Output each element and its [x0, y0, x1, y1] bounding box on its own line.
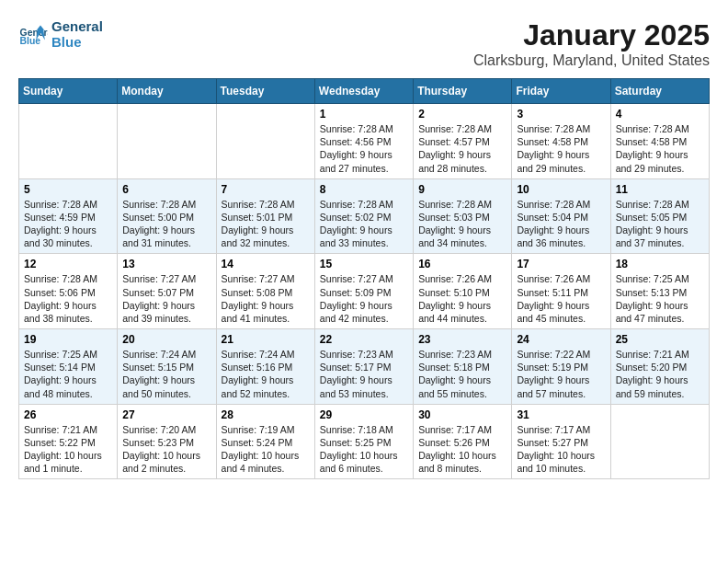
calendar-cell: 12Sunrise: 7:28 AM Sunset: 5:06 PM Dayli… — [19, 254, 118, 329]
weekday-header-row: SundayMondayTuesdayWednesdayThursdayFrid… — [19, 79, 710, 104]
day-number: 28 — [222, 408, 310, 421]
calendar-cell: 17Sunrise: 7:26 AM Sunset: 5:11 PM Dayli… — [512, 254, 610, 329]
calendar-cell: 31Sunrise: 7:17 AM Sunset: 5:27 PM Dayli… — [512, 404, 610, 479]
day-number: 29 — [320, 408, 408, 421]
day-number: 23 — [418, 333, 506, 346]
day-info: Sunrise: 7:28 AM Sunset: 5:02 PM Dayligh… — [320, 198, 408, 250]
calendar-cell: 19Sunrise: 7:25 AM Sunset: 5:14 PM Dayli… — [19, 329, 118, 405]
calendar-cell: 16Sunrise: 7:26 AM Sunset: 5:10 PM Dayli… — [414, 254, 512, 329]
calendar-cell: 4Sunrise: 7:28 AM Sunset: 4:58 PM Daylig… — [610, 104, 709, 179]
day-number: 8 — [320, 183, 408, 196]
day-info: Sunrise: 7:24 AM Sunset: 5:16 PM Dayligh… — [222, 348, 310, 400]
day-info: Sunrise: 7:28 AM Sunset: 5:00 PM Dayligh… — [122, 198, 210, 250]
calendar-cell: 7Sunrise: 7:28 AM Sunset: 5:01 PM Daylig… — [216, 178, 314, 254]
day-number: 30 — [418, 408, 506, 421]
calendar-cell: 27Sunrise: 7:20 AM Sunset: 5:23 PM Dayli… — [118, 404, 216, 479]
day-info: Sunrise: 7:28 AM Sunset: 4:58 PM Dayligh… — [517, 122, 605, 175]
day-number: 21 — [222, 333, 310, 346]
day-number: 24 — [517, 333, 605, 346]
day-number: 7 — [222, 183, 310, 196]
calendar-cell: 30Sunrise: 7:17 AM Sunset: 5:26 PM Dayli… — [414, 404, 512, 479]
calendar-cell: 11Sunrise: 7:28 AM Sunset: 5:05 PM Dayli… — [610, 178, 709, 254]
day-number: 19 — [24, 333, 112, 346]
day-info: Sunrise: 7:28 AM Sunset: 4:56 PM Dayligh… — [320, 122, 408, 175]
calendar-cell: 2Sunrise: 7:28 AM Sunset: 4:57 PM Daylig… — [414, 104, 512, 179]
day-number: 27 — [122, 408, 210, 421]
day-number: 13 — [122, 258, 210, 270]
day-info: Sunrise: 7:25 AM Sunset: 5:13 PM Dayligh… — [616, 272, 704, 325]
day-number: 15 — [320, 258, 408, 270]
calendar-cell: 24Sunrise: 7:22 AM Sunset: 5:19 PM Dayli… — [512, 329, 610, 405]
day-info: Sunrise: 7:26 AM Sunset: 5:11 PM Dayligh… — [517, 272, 605, 325]
calendar-cell: 1Sunrise: 7:28 AM Sunset: 4:56 PM Daylig… — [314, 104, 413, 179]
calendar-cell — [216, 104, 314, 179]
calendar-cell: 21Sunrise: 7:24 AM Sunset: 5:16 PM Dayli… — [216, 329, 314, 405]
calendar-table: SundayMondayTuesdayWednesdayThursdayFrid… — [18, 78, 710, 479]
day-number: 9 — [418, 183, 506, 196]
day-info: Sunrise: 7:20 AM Sunset: 5:23 PM Dayligh… — [122, 423, 210, 476]
header: General Blue General Blue January 2025 C… — [18, 18, 710, 69]
day-info: Sunrise: 7:28 AM Sunset: 4:57 PM Dayligh… — [418, 122, 506, 175]
title-area: January 2025 Clarksburg, Maryland, Unite… — [473, 18, 710, 69]
calendar-cell: 23Sunrise: 7:23 AM Sunset: 5:18 PM Dayli… — [414, 329, 512, 405]
calendar-cell — [118, 104, 216, 179]
weekday-header-wednesday: Wednesday — [314, 79, 413, 104]
svg-text:Blue: Blue — [20, 36, 41, 46]
day-number: 10 — [517, 183, 605, 196]
week-row-2: 5Sunrise: 7:28 AM Sunset: 4:59 PM Daylig… — [19, 178, 710, 254]
day-info: Sunrise: 7:28 AM Sunset: 4:58 PM Dayligh… — [616, 122, 704, 175]
day-number: 14 — [222, 258, 310, 270]
calendar-cell: 10Sunrise: 7:28 AM Sunset: 5:04 PM Dayli… — [512, 178, 610, 254]
calendar-cell — [19, 104, 118, 179]
logo-icon: General Blue — [18, 19, 48, 49]
calendar-cell: 25Sunrise: 7:21 AM Sunset: 5:20 PM Dayli… — [610, 329, 709, 405]
day-info: Sunrise: 7:22 AM Sunset: 5:19 PM Dayligh… — [517, 348, 605, 400]
day-info: Sunrise: 7:25 AM Sunset: 5:14 PM Dayligh… — [24, 348, 112, 400]
calendar-cell: 5Sunrise: 7:28 AM Sunset: 4:59 PM Daylig… — [19, 178, 118, 254]
day-info: Sunrise: 7:17 AM Sunset: 5:27 PM Dayligh… — [517, 423, 605, 476]
day-number: 2 — [418, 108, 506, 121]
day-number: 11 — [616, 183, 704, 196]
week-row-5: 26Sunrise: 7:21 AM Sunset: 5:22 PM Dayli… — [19, 404, 710, 479]
month-title: January 2025 — [473, 18, 710, 52]
day-info: Sunrise: 7:27 AM Sunset: 5:09 PM Dayligh… — [320, 272, 408, 325]
day-number: 6 — [122, 183, 210, 196]
day-number: 1 — [320, 108, 408, 121]
day-number: 12 — [24, 258, 112, 270]
calendar-cell: 18Sunrise: 7:25 AM Sunset: 5:13 PM Dayli… — [610, 254, 709, 329]
calendar-cell: 6Sunrise: 7:28 AM Sunset: 5:00 PM Daylig… — [118, 178, 216, 254]
logo-text-line2: Blue — [51, 34, 103, 50]
calendar-body: 1Sunrise: 7:28 AM Sunset: 4:56 PM Daylig… — [19, 104, 710, 479]
day-number: 31 — [517, 408, 605, 421]
day-number: 16 — [418, 258, 506, 270]
day-info: Sunrise: 7:17 AM Sunset: 5:26 PM Dayligh… — [418, 423, 506, 476]
day-info: Sunrise: 7:18 AM Sunset: 5:25 PM Dayligh… — [320, 423, 408, 476]
calendar-cell: 3Sunrise: 7:28 AM Sunset: 4:58 PM Daylig… — [512, 104, 610, 179]
day-number: 25 — [616, 333, 704, 346]
weekday-header-sunday: Sunday — [19, 79, 118, 104]
day-number: 20 — [122, 333, 210, 346]
weekday-header-monday: Monday — [118, 79, 216, 104]
calendar-cell: 20Sunrise: 7:24 AM Sunset: 5:15 PM Dayli… — [118, 329, 216, 405]
calendar-cell: 28Sunrise: 7:19 AM Sunset: 5:24 PM Dayli… — [216, 404, 314, 479]
weekday-header-thursday: Thursday — [414, 79, 512, 104]
day-info: Sunrise: 7:28 AM Sunset: 5:05 PM Dayligh… — [616, 198, 704, 250]
day-number: 5 — [24, 183, 112, 196]
day-info: Sunrise: 7:23 AM Sunset: 5:17 PM Dayligh… — [320, 348, 408, 400]
day-number: 18 — [616, 258, 704, 270]
calendar-cell: 29Sunrise: 7:18 AM Sunset: 5:25 PM Dayli… — [314, 404, 413, 479]
calendar-cell: 8Sunrise: 7:28 AM Sunset: 5:02 PM Daylig… — [314, 178, 413, 254]
calendar-cell: 22Sunrise: 7:23 AM Sunset: 5:17 PM Dayli… — [314, 329, 413, 405]
day-info: Sunrise: 7:23 AM Sunset: 5:18 PM Dayligh… — [418, 348, 506, 400]
day-info: Sunrise: 7:28 AM Sunset: 5:04 PM Dayligh… — [517, 198, 605, 250]
weekday-header-friday: Friday — [512, 79, 610, 104]
day-number: 4 — [616, 108, 704, 121]
calendar-cell: 9Sunrise: 7:28 AM Sunset: 5:03 PM Daylig… — [414, 178, 512, 254]
day-info: Sunrise: 7:28 AM Sunset: 5:03 PM Dayligh… — [418, 198, 506, 250]
day-info: Sunrise: 7:28 AM Sunset: 5:01 PM Dayligh… — [222, 198, 310, 250]
day-info: Sunrise: 7:26 AM Sunset: 5:10 PM Dayligh… — [418, 272, 506, 325]
calendar-cell: 13Sunrise: 7:27 AM Sunset: 5:07 PM Dayli… — [118, 254, 216, 329]
day-info: Sunrise: 7:21 AM Sunset: 5:22 PM Dayligh… — [24, 423, 112, 476]
logo-text-line1: General — [51, 18, 103, 34]
day-number: 3 — [517, 108, 605, 121]
